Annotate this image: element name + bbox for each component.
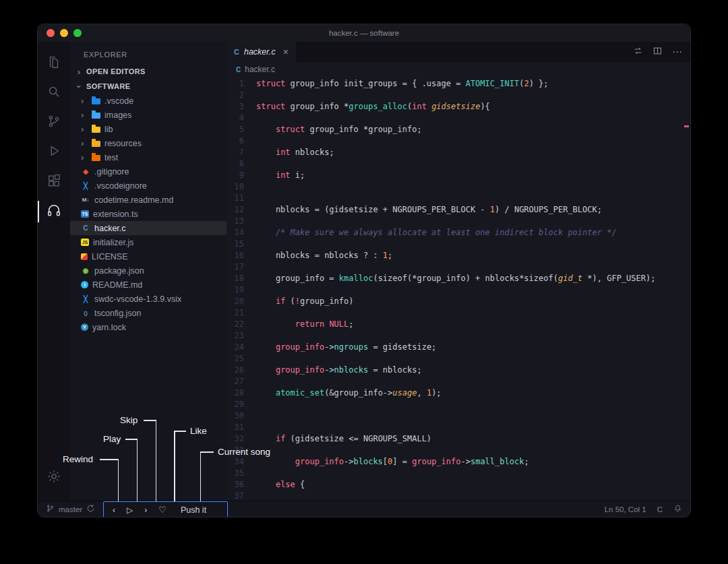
code-line: 19 [226, 284, 690, 296]
code-line: 31 [226, 422, 690, 433]
language-mode[interactable]: C [657, 505, 663, 513]
code-editor[interactable]: 1struct group_info init_groups = { .usag… [226, 77, 690, 501]
tree-item-README.md[interactable]: iREADME.md [70, 278, 226, 292]
cursor-position[interactable]: Ln 50, Col 1 [605, 505, 646, 513]
tree-item-label: .vscodeignore [94, 181, 147, 191]
file-icon: C [81, 224, 90, 232]
code-line: 22 return NULL; [226, 319, 690, 330]
line-number: 1 [226, 78, 256, 90]
code-line: 8 [226, 158, 690, 170]
split-editor-icon[interactable] [653, 46, 663, 59]
file-icon [81, 253, 88, 260]
tree-item-resources[interactable]: ›resources [70, 136, 226, 150]
line-number: 16 [226, 250, 256, 261]
chevron-right-icon: › [81, 152, 88, 162]
code-line: 9 int i; [226, 170, 690, 181]
activity-search[interactable] [38, 78, 70, 108]
section-root-label: SOFTWARE [86, 82, 131, 90]
tree-item-.vscodeignore[interactable]: ╳.vscodeignore [70, 179, 226, 193]
chevron-right-icon: › [74, 67, 84, 77]
close-icon[interactable]: × [283, 46, 289, 57]
play-button[interactable]: ▷ [127, 506, 133, 514]
tree-item-label: images [104, 111, 131, 120]
headphones-icon [47, 203, 61, 220]
breadcrumb-file: hacker.c [245, 65, 275, 74]
activity-settings[interactable] [38, 463, 70, 493]
tree-item-.vscode[interactable]: ›.vscode [70, 94, 226, 108]
tree-item-test[interactable]: ›test [70, 150, 226, 164]
branch-name[interactable]: master [59, 505, 82, 513]
line-number: 17 [226, 261, 256, 273]
c-file-icon: C [234, 48, 239, 56]
line-number: 23 [226, 330, 256, 342]
tree-item-label: swdc-vscode-1.3.9.vsix [94, 294, 181, 304]
line-number: 2 [226, 90, 256, 101]
code-line: 1struct group_info init_groups = { .usag… [226, 78, 690, 90]
tree-item-package.json[interactable]: ◉package.json [70, 263, 226, 278]
annotation-skip: Skip [120, 415, 138, 425]
activity-source-control[interactable] [38, 108, 70, 137]
code-line: 13 [226, 216, 690, 227]
skip-button[interactable]: › [144, 506, 147, 514]
annotation-play: Play [103, 434, 121, 444]
activity-music[interactable] [38, 197, 70, 226]
tree-item-swdc-vscode-1.3.9.vsix[interactable]: ╳swdc-vscode-1.3.9.vsix [70, 292, 226, 306]
tree-item-LICENSE[interactable]: LICENSE [70, 249, 226, 263]
current-song-label[interactable]: Push it [181, 505, 206, 515]
line-number: 31 [226, 422, 256, 433]
callout-line [100, 459, 118, 460]
bell-icon[interactable] [673, 504, 682, 514]
callout-line [118, 459, 119, 502]
line-number: 28 [226, 387, 256, 399]
tree-item-label: test [104, 153, 118, 162]
line-number: 30 [226, 410, 256, 422]
code-line: 12 nblocks = (gidsetsize + NGROUPS_PER_B… [226, 204, 690, 216]
folder-icon [92, 155, 100, 161]
section-open-editors[interactable]: › OPEN EDITORS [70, 64, 226, 79]
activity-run-debug[interactable] [38, 137, 70, 167]
tree-item-label: extension.ts [93, 210, 138, 219]
tree-item-images[interactable]: ›images [70, 108, 226, 122]
line-number: 3 [226, 101, 256, 113]
chevron-right-icon: › [81, 124, 88, 134]
tree-item-.gitignore[interactable]: ◆.gitignore [70, 164, 226, 179]
chevron-right-icon: › [81, 110, 88, 120]
line-number: 26 [226, 365, 256, 376]
sync-icon[interactable] [86, 504, 95, 514]
extensions-icon [47, 173, 61, 191]
folder-icon [92, 113, 100, 119]
line-number: 22 [226, 319, 256, 330]
code-line: 17 [226, 261, 690, 273]
editor-group: C hacker.c × ⋯ C hacker.c [226, 42, 690, 501]
file-icon: i [81, 281, 88, 288]
line-number: 29 [226, 399, 256, 410]
tab-hacker-c[interactable]: C hacker.c × [226, 42, 297, 62]
activity-explorer[interactable] [38, 49, 70, 78]
activity-extensions[interactable] [38, 167, 70, 197]
breadcrumb[interactable]: C hacker.c [226, 62, 690, 77]
tree-item-hacker.c[interactable]: Chacker.c [70, 221, 226, 235]
tree-item-lib[interactable]: ›lib [70, 122, 226, 136]
code-line: 26 group_info->nblocks = nblocks; [226, 365, 690, 376]
callout-line [175, 431, 186, 432]
tree-item-yarn.lock[interactable]: Yyarn.lock [70, 320, 226, 334]
callout-line [174, 431, 175, 502]
tree-item-initializer.js[interactable]: JSinitializer.js [70, 235, 226, 249]
tree-item-extension.ts[interactable]: TSextension.ts [70, 207, 226, 221]
annotation-current-song: Current song [218, 447, 270, 457]
open-changes-icon[interactable] [633, 46, 643, 59]
rewind-button[interactable]: ‹ [113, 506, 115, 514]
like-button[interactable]: ♡ [158, 505, 166, 514]
chevron-down-icon: › [74, 82, 84, 91]
tree-item-label: .vscode [104, 96, 133, 106]
tree-item-codetime.readme.md[interactable]: M↓codetime.readme.md [70, 193, 226, 207]
line-number: 15 [226, 239, 256, 250]
tree-item-tsconfig.json[interactable]: {}tsconfig.json [70, 306, 226, 320]
window-title: hacker.c — software [38, 24, 690, 42]
more-actions-icon[interactable]: ⋯ [672, 49, 682, 55]
folder-icon [92, 98, 100, 104]
file-icon: ◉ [81, 267, 90, 275]
vscode-window: hacker.c — software [37, 24, 691, 518]
line-number: 21 [226, 307, 256, 319]
section-root-folder[interactable]: › SOFTWARE [70, 79, 226, 94]
